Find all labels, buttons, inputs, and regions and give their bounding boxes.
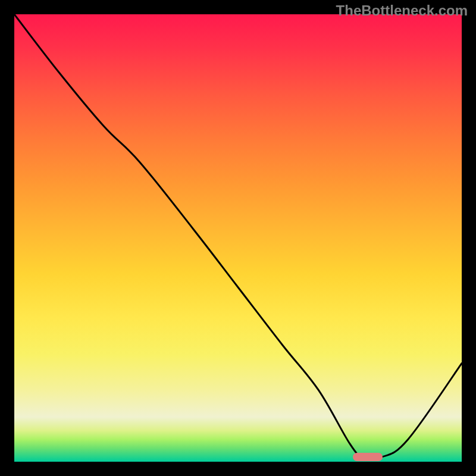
chart-background-gradient [14, 14, 462, 462]
optimum-marker [353, 453, 383, 461]
chart-plot-area [14, 14, 462, 462]
watermark-text: TheBottleneck.com [336, 2, 468, 19]
